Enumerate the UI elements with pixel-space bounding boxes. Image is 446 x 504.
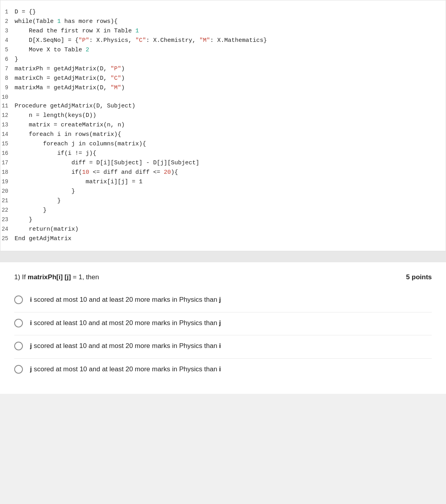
code-line-23: 23 }: [0, 215, 446, 225]
code-line-20: 20 }: [0, 187, 446, 196]
code-line-19: 19 matrix[i][j] = 1: [0, 177, 446, 187]
option-text-1: i scored at most 10 and at least 20 more…: [30, 295, 221, 305]
code-line-21: 21 }: [0, 196, 446, 206]
option3-middle: scored at least 10 and at most 20 more m…: [32, 342, 219, 350]
option4-bold-end: i: [219, 365, 221, 373]
code-line-5: 5 Move X to Table 2: [0, 45, 446, 55]
option-row-2[interactable]: i scored at least 10 and at most 20 more…: [14, 314, 432, 332]
code-line-9: 9 matrixMa = getAdjMatrix(D, "M"): [0, 83, 446, 93]
code-line-6: 6 }: [0, 55, 446, 64]
code-section: 1 D = {} 2 while(Table 1 has more rows){…: [0, 0, 446, 251]
code-line-24: 24 return(matrix): [0, 225, 446, 234]
code-line-3: 3 Read the first row X in Table 1: [0, 26, 446, 36]
question-label: 1) If matrixPh[i] [j] = 1, then: [14, 273, 99, 281]
option-divider-2: [14, 335, 432, 335]
points-label: 5 points: [406, 273, 432, 281]
question-number: 1): [14, 273, 20, 281]
option-divider-3: [14, 358, 432, 359]
code-line-8: 8 matrixCh = getAdjMatrix(D, "C"): [0, 74, 446, 83]
question-text-prefix: If: [22, 273, 28, 281]
code-line-16: 16 if(i != j){: [0, 149, 446, 158]
code-line-15: 15 foreach j in columns(matrix){: [0, 139, 446, 149]
code-block: 1 D = {} 2 while(Table 1 has more rows){…: [0, 0, 446, 251]
code-line-10: 10: [0, 93, 446, 102]
code-line-1: 1 D = {}: [0, 8, 446, 17]
option4-middle: scored at most 10 and at least 20 more m…: [32, 365, 219, 373]
section-divider: [0, 251, 446, 262]
code-line-17: 17 diff = D[i][Subject] - D[j][Subject]: [0, 158, 446, 168]
code-line-13: 13 matrix = createMatrix(n, n): [0, 120, 446, 130]
code-line-2: 2 while(Table 1 has more rows){: [0, 17, 446, 26]
option-row-3[interactable]: j scored at least 10 and at most 20 more…: [14, 337, 432, 355]
radio-option-3[interactable]: [14, 342, 23, 350]
option2-bold-end: j: [219, 319, 221, 327]
question-section: 1) If matrixPh[i] [j] = 1, then 5 points…: [0, 262, 446, 394]
question-text-suffix: = 1, then: [71, 273, 99, 281]
option-text-4: j scored at most 10 and at least 20 more…: [30, 364, 221, 374]
option1-middle: scored at most 10 and at least 20 more m…: [32, 296, 219, 303]
radio-option-2[interactable]: [14, 319, 23, 327]
option1-bold-end: j: [219, 296, 221, 303]
option-text-3: j scored at least 10 and at most 20 more…: [30, 341, 221, 351]
code-line-12: 12 n = length(keys(D)): [0, 111, 446, 120]
code-line-22: 22 }: [0, 206, 446, 215]
code-line-18: 18 if(10 <= diff and diff <= 20){: [0, 168, 446, 177]
code-line-25: 25 End getAdjMatrix: [0, 234, 446, 244]
radio-option-1[interactable]: [14, 295, 23, 304]
radio-option-4[interactable]: [14, 365, 23, 374]
code-line-11: 11 Procedure getAdjMatrix(D, Subject): [0, 102, 446, 111]
option3-bold-end: i: [219, 342, 221, 350]
code-line-14: 14 foreach i in rows(matrix){: [0, 130, 446, 139]
option-divider-1: [14, 312, 432, 312]
question-header: 1) If matrixPh[i] [j] = 1, then 5 points: [14, 273, 432, 281]
option-row-1[interactable]: i scored at most 10 and at least 20 more…: [14, 291, 432, 309]
code-line-4: 4 D[X.SeqNo] = {"P": X.Physics, "C": X.C…: [0, 36, 446, 45]
option2-middle: scored at least 10 and at most 20 more m…: [32, 319, 219, 327]
code-line-7: 7 matrixPh = getAdjMatrix(D, "P"): [0, 64, 446, 74]
option-row-4[interactable]: j scored at most 10 and at least 20 more…: [14, 360, 432, 378]
option-text-2: i scored at least 10 and at most 20 more…: [30, 318, 221, 328]
question-bold-term: matrixPh[i] [j]: [28, 273, 71, 281]
